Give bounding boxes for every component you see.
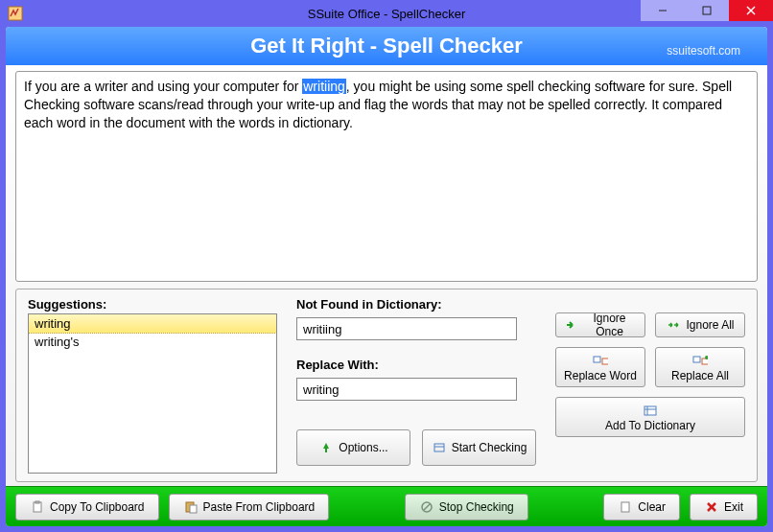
maximize-button[interactable] xyxy=(685,0,729,21)
exit-icon xyxy=(704,499,719,515)
replace-with-input[interactable] xyxy=(296,378,517,401)
suggestions-list[interactable]: writing writing's xyxy=(28,313,277,474)
suggestions-column: Suggestions: writing writing's xyxy=(28,297,277,474)
copy-icon xyxy=(30,499,45,515)
svg-rect-8 xyxy=(594,357,600,362)
stop-icon xyxy=(419,499,434,515)
svg-line-21 xyxy=(424,504,430,510)
close-button[interactable] xyxy=(729,0,773,21)
exit-button[interactable]: Exit xyxy=(690,494,758,520)
suggestion-item[interactable]: writing's xyxy=(29,333,276,351)
svg-rect-6 xyxy=(434,444,444,451)
svg-rect-13 xyxy=(644,406,656,415)
replace-all-button[interactable]: Replace All xyxy=(655,347,745,387)
fields-column: Not Found in Dictionary: Replace With: O… xyxy=(296,297,536,474)
svg-rect-2 xyxy=(703,7,711,14)
svg-rect-22 xyxy=(621,502,629,512)
client-area: Get It Right - Spell Checker ssuitesoft.… xyxy=(6,27,767,526)
stop-checking-button[interactable]: Stop Checking xyxy=(405,494,528,520)
paste-icon xyxy=(183,499,199,515)
misspelled-word-highlight: writiing xyxy=(302,79,346,94)
svg-rect-10 xyxy=(693,357,700,362)
svg-rect-9 xyxy=(602,359,608,364)
start-checking-button[interactable]: Start Checking xyxy=(422,429,536,466)
ignore-all-button[interactable]: Ignore All xyxy=(655,312,745,337)
action-column: Ignore Once Ignore All Replace Word Repl… xyxy=(555,297,745,474)
clear-icon xyxy=(618,499,633,515)
paste-from-clipboard-button[interactable]: Paste From Clipboard xyxy=(169,494,330,520)
arrow-right-double-icon xyxy=(666,317,681,333)
bottom-toolbar: Copy To Clipboard Paste From Clipboard S… xyxy=(6,486,767,526)
suggestion-item[interactable]: writing xyxy=(28,313,277,334)
dictionary-icon xyxy=(643,403,658,418)
arrow-right-icon xyxy=(564,317,577,333)
document-text-area[interactable]: If you are a writer and using your compu… xyxy=(15,71,758,282)
replace-all-icon xyxy=(692,353,708,368)
banner-subtitle: ssuitesoft.com xyxy=(667,44,740,58)
clear-button[interactable]: Clear xyxy=(603,494,680,520)
suggestions-label: Suggestions: xyxy=(28,297,277,312)
doc-text-before: If you are a writer and using your compu… xyxy=(24,79,302,94)
svg-rect-19 xyxy=(190,505,197,513)
copy-to-clipboard-button[interactable]: Copy To Clipboard xyxy=(15,494,159,520)
add-to-dictionary-button[interactable]: Add To Dictionary xyxy=(555,397,745,437)
replace-word-button[interactable]: Replace Word xyxy=(555,347,645,387)
svg-rect-17 xyxy=(35,501,39,503)
start-checking-icon xyxy=(432,440,447,455)
minimize-button[interactable] xyxy=(641,0,685,21)
banner-title: Get It Right - Spell Checker xyxy=(250,34,523,58)
window-controls xyxy=(641,0,773,21)
not-found-label: Not Found in Dictionary: xyxy=(296,297,536,312)
ignore-once-button[interactable]: Ignore Once xyxy=(555,312,645,337)
app-window: SSuite Office - SpellChecker Get It Righ… xyxy=(0,0,773,532)
options-icon xyxy=(318,440,334,455)
options-button[interactable]: Options... xyxy=(296,429,410,466)
controls-panel: Suggestions: writing writing's Not Found… xyxy=(15,289,758,482)
titlebar[interactable]: SSuite Office - SpellChecker xyxy=(0,0,773,27)
not-found-input[interactable] xyxy=(296,317,517,340)
replace-with-label: Replace With: xyxy=(296,358,536,372)
banner: Get It Right - Spell Checker ssuitesoft.… xyxy=(6,27,767,65)
replace-icon xyxy=(593,353,608,368)
